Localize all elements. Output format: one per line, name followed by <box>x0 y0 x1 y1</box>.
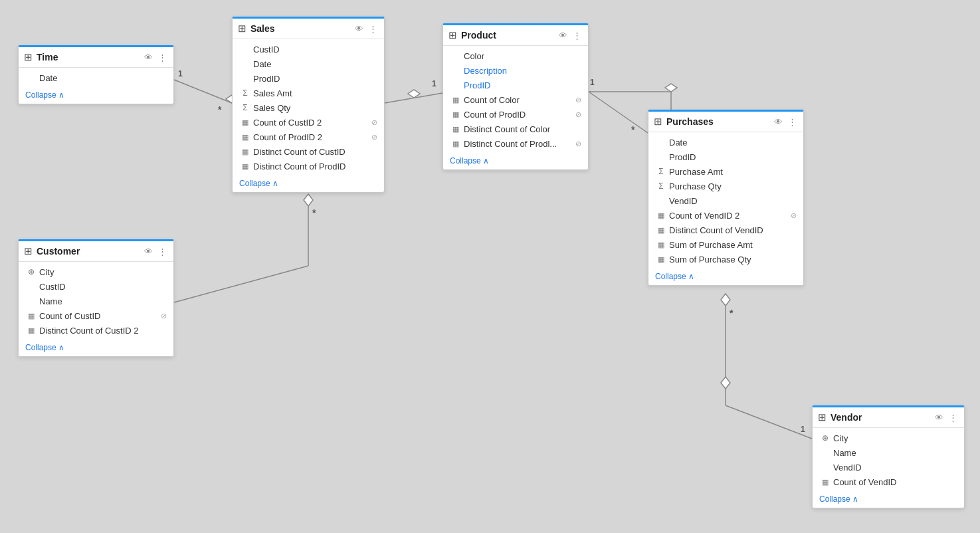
sales-more-btn[interactable]: ⋮ <box>367 23 379 35</box>
sigma-icon: Σ <box>656 167 666 176</box>
vendor-collapse-btn[interactable]: Collapse ∧ <box>819 494 858 504</box>
list-item[interactable]: VendID <box>648 193 803 208</box>
sales-collapse[interactable]: Collapse ∧ <box>233 176 384 192</box>
time-visibility-btn[interactable]: 👁 <box>143 52 154 63</box>
time-collapse-btn[interactable]: Collapse ∧ <box>25 90 64 100</box>
list-item[interactable]: Description <box>443 63 588 78</box>
list-item[interactable]: VendID <box>813 460 964 475</box>
vendor-more-btn[interactable]: ⋮ <box>947 412 959 423</box>
customer-visibility-btn[interactable]: 👁 <box>143 246 154 257</box>
table-icon: ▦ <box>451 96 460 104</box>
sales-header-actions[interactable]: 👁 ⋮ <box>353 23 379 35</box>
list-item[interactable]: ▦ Distinct Count of Prodl... ⊘ <box>443 136 588 151</box>
hidden-eye-icon: ⊘ <box>791 211 797 220</box>
field-name: Date <box>253 59 377 69</box>
vendor-collapse[interactable]: Collapse ∧ <box>813 492 964 508</box>
sigma-icon: Σ <box>241 103 250 112</box>
list-item[interactable]: ▦ Distinct Count of ProdID <box>233 159 384 173</box>
table-purchases: ⊞ Purchases 👁 ⋮ Date ProdID Σ Purchase A… <box>648 110 804 286</box>
list-item[interactable]: ▦ Count of ProdID 2 ⊘ <box>233 130 384 144</box>
vendor-body: ⊕ City Name VendID ▦ Count of VendID <box>813 428 964 492</box>
field-name: Name <box>833 448 957 458</box>
list-item[interactable]: CustID <box>233 42 384 56</box>
sales-body: CustID Date ProdID Σ Sales Amt Σ Sales Q… <box>233 39 384 176</box>
sigma-icon: Σ <box>241 88 250 98</box>
field-name: Count of VendID 2 <box>669 211 787 221</box>
table-icon: ▦ <box>656 241 666 249</box>
product-visibility-btn[interactable]: 👁 <box>557 30 569 41</box>
product-more-btn[interactable]: ⋮ <box>571 30 583 41</box>
field-name: City <box>39 267 167 277</box>
time-more-btn[interactable]: ⋮ <box>157 52 168 63</box>
purchases-table-icon: ⊞ <box>654 116 662 128</box>
vendor-visibility-btn[interactable]: 👁 <box>933 412 945 423</box>
list-item[interactable]: ▦ Count of CustID ⊘ <box>19 308 173 323</box>
list-item[interactable]: ▦ Count of VendID 2 ⊘ <box>648 208 803 223</box>
field-name: Purchase Amt <box>669 167 797 177</box>
field-name: Name <box>39 296 167 306</box>
list-item[interactable]: ProdID <box>443 78 588 92</box>
field-name: VendID <box>669 196 797 206</box>
sigma-icon: Σ <box>656 181 666 191</box>
time-header-actions[interactable]: 👁 ⋮ <box>143 52 168 63</box>
purchases-header-actions[interactable]: 👁 ⋮ <box>773 116 798 128</box>
customer-more-btn[interactable]: ⋮ <box>157 246 168 257</box>
list-item[interactable]: Color <box>443 49 588 63</box>
purchases-header: ⊞ Purchases 👁 ⋮ <box>648 112 803 132</box>
list-item[interactable]: ▦ Count of ProdID ⊘ <box>443 107 588 122</box>
field-name: Date <box>669 138 797 148</box>
table-icon: ▦ <box>656 255 666 264</box>
list-item[interactable]: ▦ Sum of Purchase Qty <box>648 252 803 266</box>
list-item[interactable]: ProdID <box>233 71 384 86</box>
list-item[interactable]: Date <box>233 56 384 71</box>
list-item[interactable]: Name <box>19 294 173 308</box>
list-item[interactable]: Name <box>813 445 964 460</box>
customer-header: ⊞ Customer 👁 ⋮ <box>19 241 173 262</box>
list-item[interactable]: Σ Sales Amt <box>233 86 384 100</box>
vendor-header-actions[interactable]: 👁 ⋮ <box>933 412 959 423</box>
table-icon: ▦ <box>451 125 460 134</box>
list-item[interactable]: ▦ Distinct Count of VendID <box>648 223 803 237</box>
list-item[interactable]: ▦ Count of CustID 2 ⊘ <box>233 115 384 130</box>
sales-header: ⊞ Sales 👁 ⋮ <box>233 19 384 39</box>
list-item[interactable]: ⊕ City <box>813 431 964 445</box>
list-item[interactable]: Σ Purchase Qty <box>648 179 803 193</box>
product-body: Color Description ProdID ▦ Count of Colo… <box>443 46 588 154</box>
field-name: Date <box>39 73 167 83</box>
product-header-actions[interactable]: 👁 ⋮ <box>557 30 583 41</box>
table-icon: ▦ <box>451 110 460 119</box>
customer-header-actions[interactable]: 👁 ⋮ <box>143 246 168 257</box>
product-collapse[interactable]: Collapse ∧ <box>443 154 588 169</box>
product-collapse-btn[interactable]: Collapse ∧ <box>450 156 489 165</box>
list-item[interactable]: ProdID <box>648 150 803 164</box>
svg-text:*: * <box>631 124 635 135</box>
purchases-collapse-btn[interactable]: Collapse ∧ <box>655 272 694 281</box>
customer-body: ⊕ City CustID Name ▦ Count of CustID ⊘ ▦… <box>19 262 173 340</box>
list-item[interactable]: ▦ Distinct Count of CustID 2 <box>19 323 173 338</box>
sales-collapse-btn[interactable]: Collapse ∧ <box>239 179 278 188</box>
svg-text:1: 1 <box>590 78 595 87</box>
sales-visibility-btn[interactable]: 👁 <box>353 23 365 35</box>
purchases-collapse[interactable]: Collapse ∧ <box>648 269 803 285</box>
list-item[interactable]: ▦ Count of VendID <box>813 475 964 489</box>
list-item[interactable]: Σ Purchase Amt <box>648 164 803 179</box>
field-name: Count of CustID 2 <box>253 118 368 128</box>
globe-icon: ⊕ <box>821 433 830 443</box>
vendor-table-icon: ⊞ <box>818 411 827 423</box>
list-item[interactable]: ▦ Sum of Purchase Amt <box>648 237 803 252</box>
purchases-visibility-btn[interactable]: 👁 <box>773 116 784 128</box>
purchases-more-btn[interactable]: ⋮ <box>787 116 798 128</box>
list-item[interactable]: Date <box>19 70 173 85</box>
time-collapse[interactable]: Collapse ∧ <box>19 88 173 104</box>
customer-collapse-btn[interactable]: Collapse ∧ <box>25 343 64 352</box>
list-item[interactable]: CustID <box>19 279 173 294</box>
list-item[interactable]: Σ Sales Qty <box>233 100 384 115</box>
list-item[interactable]: ▦ Distinct Count of CustID <box>233 144 384 159</box>
list-item[interactable]: ▦ Distinct Count of Color <box>443 122 588 136</box>
list-item[interactable]: Date <box>648 135 803 150</box>
list-item[interactable]: ⊕ City <box>19 265 173 279</box>
field-name: Distinct Count of Prodl... <box>464 139 572 149</box>
list-item[interactable]: ▦ Count of Color ⊘ <box>443 92 588 107</box>
time-body: Date <box>19 68 173 88</box>
customer-collapse[interactable]: Collapse ∧ <box>19 340 173 356</box>
